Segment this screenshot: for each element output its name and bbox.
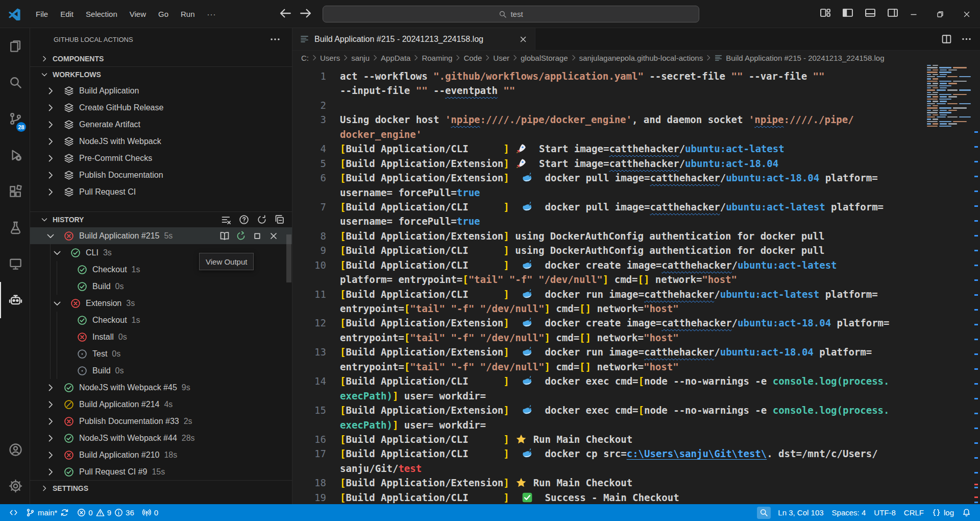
activity-github-local-actions[interactable] — [0, 282, 30, 318]
chevron-right-icon[interactable] — [45, 86, 56, 96]
history-row[interactable]: Build0s — [30, 362, 292, 379]
log-line[interactable]: execPath)] user= workdir= — [292, 389, 980, 403]
encoding-status[interactable]: UTF-8 — [870, 504, 900, 521]
chevron-right-icon[interactable] — [45, 120, 56, 130]
minimap[interactable] — [925, 65, 972, 125]
section-history[interactable]: HISTORY — [30, 211, 292, 227]
chevron-right-icon[interactable] — [45, 433, 56, 443]
dismiss-icon[interactable] — [268, 231, 279, 241]
window-minimize-button[interactable] — [900, 0, 927, 28]
menu-file[interactable]: File — [30, 7, 54, 21]
history-row[interactable]: Build Application #21018s — [30, 446, 292, 463]
breadcrumb-item[interactable]: globalStorage — [521, 54, 568, 62]
workflow-item[interactable]: Pre-Commit Checks — [30, 150, 292, 167]
chevron-right-icon[interactable] — [45, 383, 56, 393]
breadcrumb-item[interactable]: Roaming — [422, 54, 452, 62]
log-line[interactable]: username= forcePull=true — [292, 214, 980, 228]
log-line[interactable]: 1act --workflows ".github/workflows/appl… — [292, 69, 980, 83]
history-row[interactable]: Test0s — [30, 345, 292, 362]
indentation-status[interactable]: Spaces: 4 — [828, 504, 870, 521]
toggle-secondary-sidebar-icon[interactable] — [887, 7, 898, 18]
breadcrumb-item[interactable]: AppData — [381, 54, 410, 62]
activity-remote-explorer[interactable] — [0, 246, 30, 282]
log-line[interactable]: 15[Build Application/Extension] docker e… — [292, 403, 980, 417]
chevron-down-icon[interactable] — [52, 248, 62, 258]
section-components[interactable]: COMPONENTS — [30, 51, 292, 66]
log-line[interactable]: 3Using docker host 'npipe:////./pipe/doc… — [292, 112, 980, 127]
log-line[interactable]: entrypoint=["tail" "-f" "/dev/null"] cmd… — [292, 360, 980, 374]
tab-close-icon[interactable] — [519, 35, 528, 44]
language-mode[interactable]: log — [928, 504, 958, 521]
history-row[interactable]: Install0s — [30, 328, 292, 345]
activity-explorer[interactable] — [0, 28, 30, 64]
code-area[interactable]: 1act --workflows ".github/workflows/appl… — [292, 65, 980, 504]
restart-icon[interactable] — [236, 231, 246, 241]
menu-run[interactable]: Run — [175, 7, 201, 21]
menu-more-button[interactable]: ··· — [201, 7, 223, 21]
chevron-right-icon[interactable] — [45, 136, 56, 147]
section-settings[interactable]: SETTINGS — [30, 480, 292, 496]
log-line[interactable]: 10[Build Application/CLI ] docker create… — [292, 258, 980, 272]
workflow-item[interactable]: NodeJS with Webpack — [30, 133, 292, 150]
clear-history-icon[interactable] — [221, 215, 231, 225]
log-line[interactable]: 4[Build Application/CLI ] Start image=ca… — [292, 141, 980, 156]
refresh-icon[interactable] — [257, 215, 267, 225]
toggle-panel-icon[interactable] — [865, 7, 876, 18]
history-row[interactable]: Extension3s — [30, 295, 292, 312]
window-restore-button[interactable] — [927, 0, 953, 28]
tab-build-application-log[interactable]: Build Application #215 - 20241213_224158… — [292, 28, 535, 50]
chevron-right-icon[interactable] — [45, 399, 56, 410]
activity-run-debug[interactable] — [0, 137, 30, 173]
log-line[interactable]: 14[Build Application/CLI ] docker exec c… — [292, 374, 980, 388]
history-row[interactable]: NodeJS with Webpack #4428s — [30, 430, 292, 446]
remote-indicator[interactable] — [5, 504, 22, 521]
log-line[interactable]: entrypoint=["tail" "-f" "/dev/null"] cmd… — [292, 301, 980, 316]
chevron-right-icon[interactable] — [45, 170, 56, 180]
breadcrumb-item-file[interactable]: Build Application #215 - 20241213_224158… — [714, 54, 884, 62]
cursor-position[interactable]: Ln 3, Col 103 — [774, 504, 827, 521]
history-row[interactable]: Pull Request CI #915s — [30, 463, 292, 480]
notifications-bell[interactable] — [958, 504, 975, 521]
chevron-down-icon[interactable] — [52, 298, 62, 309]
history-row[interactable]: Build Application #2144s — [30, 396, 292, 413]
menu-view[interactable]: View — [124, 7, 152, 21]
view-output-icon[interactable] — [219, 231, 230, 241]
log-line[interactable]: docker_engine' — [292, 127, 980, 141]
menu-go[interactable]: Go — [152, 7, 175, 21]
log-line[interactable]: username= forcePull=true — [292, 185, 980, 200]
log-line[interactable]: 19[Build Application/CLI ] Success - Mai… — [292, 490, 980, 504]
customize-layout-icon[interactable] — [820, 7, 831, 18]
breadcrumb-item[interactable]: sanju — [351, 54, 370, 62]
chevron-right-icon[interactable] — [45, 103, 56, 113]
workflow-item[interactable]: Publish Documentation — [30, 167, 292, 183]
breadcrumb-item[interactable]: sanjulaganepola.github-local-actions — [579, 54, 703, 62]
log-line[interactable]: 6[Build Application/Extension] docker pu… — [292, 171, 980, 185]
activity-search[interactable] — [0, 64, 30, 101]
chevron-down-icon[interactable] — [45, 231, 56, 241]
editor-more-actions-icon[interactable] — [961, 34, 972, 44]
command-center-search[interactable]: test — [323, 6, 699, 22]
forward-arrow-button[interactable] — [299, 7, 312, 20]
sidebar-more-actions-icon[interactable] — [270, 34, 281, 45]
log-line[interactable]: 12[Build Application/Extension] docker c… — [292, 316, 980, 330]
problems-status[interactable]: 0 9 36 — [73, 504, 138, 521]
workflow-item[interactable]: Create GitHub Release — [30, 99, 292, 116]
breadcrumb-item[interactable]: User — [493, 54, 509, 62]
workflow-item[interactable]: Generate Artifact — [30, 116, 292, 133]
log-line[interactable]: 18[Build Application/Extension] Run Main… — [292, 476, 980, 490]
activity-settings[interactable] — [0, 468, 30, 504]
log-line[interactable]: 7[Build Application/CLI ] docker pull im… — [292, 200, 980, 214]
log-line[interactable]: 8[Build Application/Extension] using Doc… — [292, 229, 980, 243]
eol-status[interactable]: CRLF — [900, 504, 928, 521]
sidebar-scrollbar[interactable] — [286, 234, 291, 282]
menu-edit[interactable]: Edit — [54, 7, 80, 21]
chevron-right-icon[interactable] — [45, 467, 56, 477]
log-line[interactable]: 11[Build Application/CLI ] docker run im… — [292, 287, 980, 301]
stop-icon[interactable] — [252, 231, 262, 241]
log-line[interactable]: 2 — [292, 98, 980, 112]
menu-selection[interactable]: Selection — [80, 7, 124, 21]
breadcrumb-item[interactable]: Users — [320, 54, 340, 62]
workflow-item[interactable]: Pull Request CI — [30, 183, 292, 200]
chevron-right-icon[interactable] — [45, 416, 56, 427]
log-line[interactable]: 9[Build Application/CLI ] using DockerAu… — [292, 243, 980, 257]
